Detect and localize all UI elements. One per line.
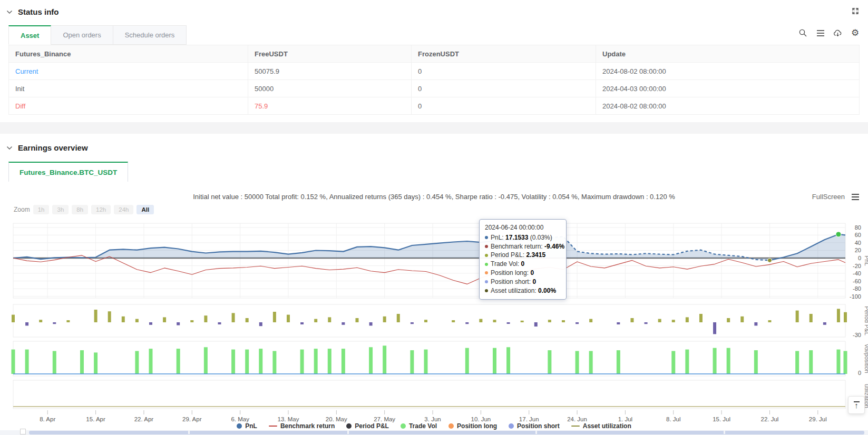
collapse-chevron-icon[interactable] (6, 9, 13, 15)
svg-text:22. Apr: 22. Apr (134, 416, 154, 422)
tooltip-row: Asset utilization: 0.00% (485, 286, 561, 295)
cloud-download-icon[interactable] (833, 28, 842, 37)
back-to-top-button[interactable]: ↑ (848, 396, 865, 414)
zoom-button-24h[interactable]: 24h (114, 205, 133, 214)
zoom-button-8h[interactable]: 8h (72, 205, 88, 214)
legend-marker-icon (346, 423, 352, 429)
earnings-chart[interactable]: 806040200-20-40-60-80-100PnL-30Period P&… (0, 217, 868, 435)
cell-frozen-usdt: 0 (412, 63, 596, 80)
series-dot-icon (485, 236, 488, 239)
zoom-button-all[interactable]: All (136, 205, 154, 214)
tooltip-date: 2024-06-24 00:00:00 (485, 223, 561, 232)
svg-text:1. Jul: 1. Jul (618, 416, 633, 422)
table-header-row: Futures_BinanceFreeUSDTFrozenUSDTUpdate (9, 45, 860, 63)
legend-marker-icon (401, 423, 406, 429)
svg-text:0: 0 (858, 370, 861, 376)
section-divider (0, 122, 868, 134)
status-info-header: Status info (6, 7, 59, 16)
svg-text:29. Apr: 29. Apr (182, 416, 202, 422)
chart-menu-icon[interactable] (851, 193, 860, 201)
svg-text:60: 60 (855, 232, 861, 238)
series-dot-icon (485, 263, 488, 266)
cell-frozen-usdt: 0 (412, 97, 596, 115)
scroll-corner-box (20, 429, 26, 434)
collapse-chevron-icon[interactable] (6, 145, 13, 151)
legend-marker-icon (509, 423, 514, 429)
zoom-button-1h[interactable]: 1h (33, 205, 50, 214)
fullscreen-button[interactable]: FullScreen (812, 193, 845, 201)
legend-label: Benchmark return (280, 422, 335, 430)
tab-futures-binance-btc-usdt[interactable]: Futures_Binance.BTC_USDT (8, 162, 128, 182)
zoom-controls: Zoom1h3h8h12h24hAll (14, 205, 154, 214)
zoom-button-3h[interactable]: 3h (52, 205, 69, 214)
svg-text:-20: -20 (853, 263, 861, 269)
search-icon[interactable] (798, 28, 807, 37)
legend-item-trade-vol[interactable]: Trade Vol (401, 422, 437, 430)
legend-item-pnl[interactable]: PnL (237, 422, 257, 430)
row-label: Init (9, 80, 248, 97)
svg-text:-30: -30 (853, 332, 861, 338)
cell-free-usdt: 50000 (248, 80, 412, 97)
row-label[interactable]: Current (9, 63, 248, 80)
expand-icon[interactable] (851, 7, 860, 15)
svg-text:PnL: PnL (864, 255, 868, 266)
svg-text:-40: -40 (853, 270, 861, 276)
legend-item-benchmark-return[interactable]: Benchmark return (269, 422, 335, 430)
svg-text:vol/position: vol/position (864, 344, 868, 373)
earnings-overview-header: Earnings overview (6, 143, 88, 152)
zoom-button-12h[interactable]: 12h (91, 205, 111, 214)
horizontal-scrollbar[interactable] (0, 430, 868, 435)
dashboard-page: Status info AssetOpen ordersSchedule ord… (0, 0, 868, 435)
legend-item-period-p-l[interactable]: Period P&L (346, 422, 389, 430)
svg-text:20. May: 20. May (326, 416, 347, 422)
zoom-label: Zoom (14, 206, 30, 213)
svg-text:29. Jul: 29. Jul (809, 416, 827, 422)
svg-text:Period P&L: Period P&L (864, 306, 868, 335)
svg-text:8. Apr: 8. Apr (40, 416, 55, 422)
cell-frozen-usdt: 0 (412, 80, 596, 97)
svg-text:13. May: 13. May (278, 416, 299, 422)
legend-label: Position long (457, 422, 497, 430)
status-tabs: AssetOpen ordersSchedule orders (8, 25, 187, 45)
column-header: FreeUSDT (248, 45, 412, 63)
svg-text:15. Apr: 15. Apr (86, 416, 105, 422)
table-row: Init5000002024-04-03 00:00:00 (9, 80, 860, 97)
series-dot-icon (485, 271, 488, 274)
chart-tooltip: 2024-06-24 00:00:00 PnL: 17.1533 (0.03%)… (479, 219, 567, 300)
section-title: Status info (18, 7, 59, 16)
series-dot-icon (485, 254, 488, 257)
column-header: FrozenUSDT (412, 45, 596, 63)
legend-label: Period P&L (355, 422, 389, 430)
menu-icon[interactable] (816, 28, 825, 37)
settings-icon[interactable]: ⚙ (851, 28, 860, 37)
svg-text:20: 20 (855, 247, 861, 253)
legend-label: Asset utilization (583, 422, 631, 430)
svg-text:8. Jul: 8. Jul (666, 416, 681, 422)
svg-text:3. Jun: 3. Jun (424, 416, 441, 422)
scrollbar-thumb[interactable] (29, 431, 864, 434)
row-label: Diff (9, 97, 248, 115)
section-title: Earnings overview (18, 143, 88, 152)
tab-schedule-orders[interactable]: Schedule orders (113, 25, 187, 45)
cell-update: 2024-08-02 08:00:00 (596, 63, 860, 80)
svg-text:80: 80 (855, 224, 861, 231)
tooltip-row: PnL: 17.1533 (0.03%) (485, 233, 561, 242)
table-row: Current50075.902024-08-02 08:00:00 (9, 63, 860, 80)
series-dot-icon (485, 289, 488, 292)
tab-open-orders[interactable]: Open orders (51, 25, 113, 45)
svg-text:-80: -80 (853, 285, 861, 292)
latest-point-marker (836, 232, 841, 237)
cell-free-usdt: 75.9 (248, 97, 412, 115)
cell-update: 2024-04-03 00:00:00 (596, 80, 860, 97)
legend-label: Trade Vol (409, 422, 437, 430)
column-header: Update (596, 45, 860, 63)
svg-text:-100: -100 (850, 293, 861, 300)
series-dot-icon (485, 245, 488, 248)
period-pnl-marker (767, 258, 772, 262)
cell-update: 2024-08-02 08:00:00 (596, 97, 860, 115)
legend-label: Position short (517, 422, 560, 430)
legend-item-position-short[interactable]: Position short (509, 422, 560, 430)
legend-item-asset-utilization[interactable]: Asset utilization (571, 422, 631, 430)
tab-asset[interactable]: Asset (8, 25, 51, 45)
legend-item-position-long[interactable]: Position long (448, 422, 497, 430)
